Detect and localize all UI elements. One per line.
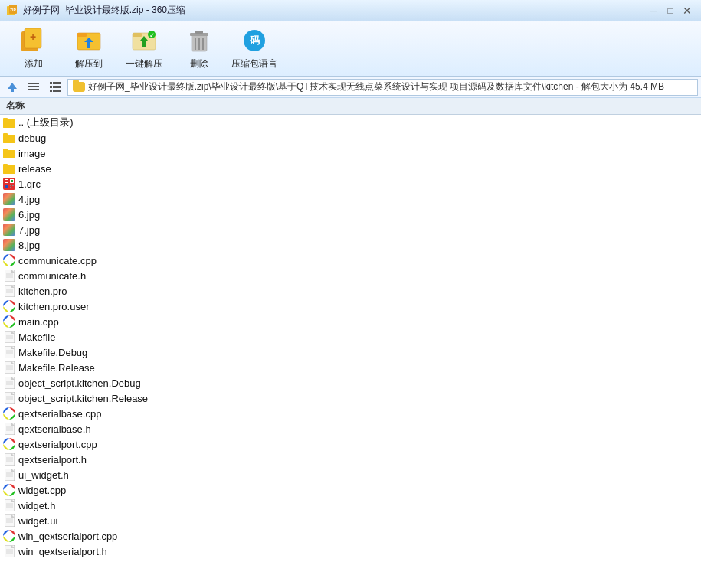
list-item[interactable]: release	[0, 161, 701, 176]
svg-point-115	[7, 442, 11, 446]
list-item[interactable]: qextserialport.h	[0, 452, 701, 467]
file-item-name: widget.h	[18, 500, 55, 511]
file-list-header: 名称	[0, 98, 701, 115]
svg-point-139	[7, 534, 11, 538]
svg-rect-24	[28, 86, 39, 87]
list-item[interactable]: qextserialbase.h	[0, 421, 701, 436]
nav-detail-view-button[interactable]	[46, 79, 64, 96]
file-item-name: Makefile.Debug	[18, 347, 87, 358]
svg-text:✓: ✓	[149, 32, 155, 39]
jpg-file-icon	[3, 224, 15, 236]
file-item-name: Makefile.Release	[18, 362, 95, 374]
delete-label: 删除	[190, 57, 208, 70]
list-item[interactable]: win_qextserialport.h	[0, 544, 701, 559]
list-item[interactable]: qextserialbase.cpp	[0, 406, 701, 421]
file-item-name: 6.jpg	[18, 209, 40, 220]
list-item[interactable]: widget.ui	[0, 513, 701, 528]
svg-rect-42	[3, 152, 15, 158]
svg-point-79	[7, 304, 11, 309]
cpp-file-icon	[3, 484, 15, 496]
file-item-name: image	[18, 148, 45, 159]
jpg-file-icon	[3, 193, 15, 205]
list-item[interactable]: widget.h	[0, 498, 701, 513]
folder-file-icon	[3, 162, 15, 175]
svg-rect-10	[133, 33, 142, 37]
generic-file-icon	[3, 285, 15, 297]
file-item-name: 7.jpg	[18, 224, 40, 236]
jpg-file-icon	[3, 239, 15, 251]
list-item[interactable]: object_script.kitchen.Debug	[0, 375, 701, 390]
list-item[interactable]: object_script.kitchen.Release	[0, 390, 701, 406]
list-item[interactable]: qextserialport.cpp	[0, 436, 701, 452]
list-item[interactable]: Makefile.Debug	[0, 345, 701, 360]
cpp-file-icon	[3, 254, 15, 266]
svg-point-67	[7, 258, 11, 263]
folder-up-file-icon	[3, 116, 15, 129]
list-item[interactable]: debug	[0, 130, 701, 145]
file-item-name: qextserialbase.h	[18, 423, 91, 435]
svg-point-81	[7, 319, 11, 324]
list-item[interactable]: image	[0, 145, 701, 161]
svg-rect-7	[77, 33, 87, 37]
list-item[interactable]: Makefile	[0, 329, 701, 345]
list-item[interactable]: communicate.cpp	[0, 253, 701, 268]
list-item[interactable]: 7.jpg	[0, 222, 701, 237]
svg-rect-34	[3, 121, 15, 128]
svg-marker-22	[8, 83, 17, 92]
file-item-name: win_qextserialport.cpp	[18, 531, 117, 542]
minimize-button[interactable]: ─	[646, 5, 661, 17]
generic-file-icon	[3, 469, 15, 481]
compress-lang-button[interactable]: 码 压缩包语言	[230, 25, 279, 73]
generic-file-icon	[3, 499, 15, 511]
list-item[interactable]: 6.jpg	[0, 207, 701, 222]
onekey-extract-icon: ✓	[130, 27, 158, 54]
nav-list-view-button[interactable]	[25, 79, 43, 96]
delete-button[interactable]: 删除	[175, 25, 224, 73]
onekey-extract-button[interactable]: ✓ 一键解压	[120, 25, 169, 73]
add-button[interactable]: + 添加	[9, 25, 58, 73]
list-item[interactable]: 4.jpg	[0, 191, 701, 207]
list-item[interactable]: .. (上级目录)	[0, 115, 701, 130]
generic-file-icon	[3, 331, 15, 343]
maximize-button[interactable]: □	[663, 5, 678, 17]
generic-file-icon	[3, 392, 15, 404]
svg-rect-23	[28, 83, 39, 84]
file-item-name: .. (上级目录)	[18, 116, 74, 129]
folder-file-icon	[3, 147, 15, 159]
list-item[interactable]: ui_widget.h	[0, 467, 701, 482]
file-item-name: qextserialport.h	[18, 454, 87, 466]
list-item[interactable]: Makefile.Release	[0, 360, 701, 375]
list-item[interactable]: 1.qrc	[0, 176, 701, 191]
file-item-name: 4.jpg	[18, 194, 40, 205]
extract-to-button[interactable]: 解压到	[64, 25, 113, 73]
list-item[interactable]: win_qextserialport.cpp	[0, 528, 701, 544]
extract-to-icon	[75, 27, 103, 54]
svg-rect-16	[195, 31, 203, 34]
file-item-name: qextserialbase.cpp	[18, 408, 101, 420]
cpp-file-icon	[3, 438, 15, 450]
list-item[interactable]: main.cpp	[0, 314, 701, 329]
svg-rect-65	[3, 239, 15, 251]
nav-up-button[interactable]	[3, 79, 21, 96]
svg-point-108	[7, 411, 11, 416]
list-item[interactable]: widget.cpp	[0, 482, 701, 498]
svg-rect-55	[10, 185, 11, 186]
extract-to-label: 解压到	[75, 57, 103, 70]
user-file-icon	[3, 300, 15, 312]
list-item[interactable]: kitchen.pro.user	[0, 299, 701, 314]
breadcrumb-bar: 好例子网_毕业设计最终版.zip\毕业设计最终版\基于QT技术实现无线点菜系统设…	[0, 77, 701, 98]
file-item-name: 1.qrc	[18, 178, 41, 190]
file-item-name: object_script.kitchen.Release	[18, 393, 148, 404]
list-item[interactable]: kitchen.pro	[0, 283, 701, 299]
svg-rect-25	[28, 89, 39, 90]
close-button[interactable]: ✕	[680, 5, 695, 17]
toolbar: + 添加 解压到 ✓ 一键解压	[0, 21, 701, 77]
window-title: 好例子网_毕业设计最终版.zip - 360压缩	[23, 4, 185, 17]
delete-icon	[185, 27, 213, 54]
add-icon: +	[20, 27, 47, 54]
list-item[interactable]: 8.jpg	[0, 237, 701, 253]
file-item-name: kitchen.pro	[18, 286, 67, 297]
svg-rect-56	[12, 185, 14, 186]
file-list[interactable]: .. (上级目录) debug image release	[0, 115, 701, 588]
list-item[interactable]: communicate.h	[0, 268, 701, 283]
